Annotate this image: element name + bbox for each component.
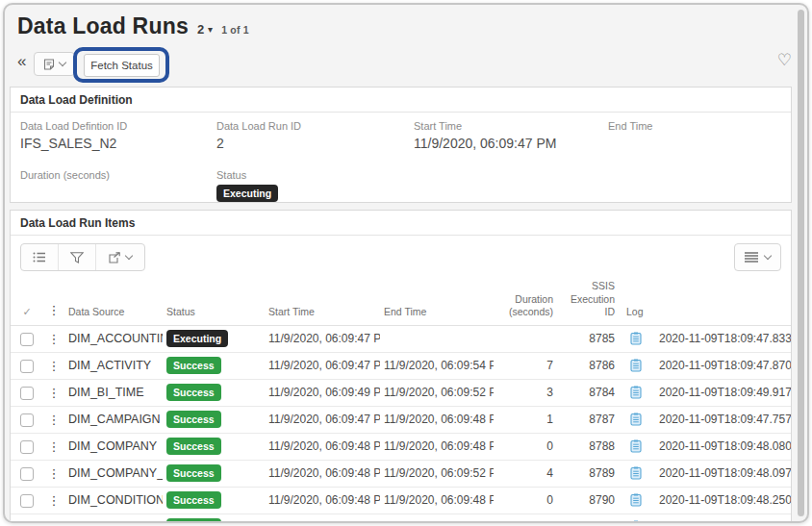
row-kebab-icon[interactable]: ⋮ xyxy=(43,379,64,406)
notes-menu-button[interactable] xyxy=(34,52,75,76)
row-kebab-icon[interactable]: ⋮ xyxy=(43,352,64,379)
field-label: Data Load Run ID xyxy=(216,120,414,132)
row-kebab-icon[interactable]: ⋮ xyxy=(43,433,64,460)
duration-cell: 0 xyxy=(494,433,561,460)
data-source-cell: DIM_CONDITION_C xyxy=(64,487,163,513)
row-kebab-icon[interactable]: ⋮ xyxy=(43,406,64,433)
log-document-icon[interactable] xyxy=(630,386,642,399)
table-row: ⋮ DIM_COMPANY_CU Success 11/9/2020, 06:0… xyxy=(11,460,791,487)
table-view-options-button[interactable] xyxy=(734,243,781,271)
row-checkbox[interactable] xyxy=(20,467,34,481)
field-label: Data Load Defintion ID xyxy=(20,120,216,132)
log-text-cell: 2020-11-09T18:09:48.937: Star xyxy=(655,513,791,521)
data-load-definition-section: Data Load Definition Data Load Defintion… xyxy=(10,87,792,203)
row-checkbox[interactable] xyxy=(20,440,34,454)
status-badge: Success xyxy=(166,518,221,521)
favorite-heart-icon[interactable]: ♡ xyxy=(777,52,792,68)
field-duration-seconds: Duration (seconds) xyxy=(20,169,216,202)
status-badge: Success xyxy=(166,438,221,455)
items-toolbar xyxy=(11,236,791,278)
start-time-cell: 11/9/2020, 06:09:47 PM xyxy=(265,406,380,433)
log-document-icon[interactable] xyxy=(630,493,642,507)
data-load-run-items-section: Data Load Run Items xyxy=(10,210,792,521)
select-all-check-icon[interactable]: ✓ xyxy=(22,306,31,317)
page-header: Data Load Runs 2 ▾ 1 of 1 xyxy=(17,13,249,39)
field-label: Start Time xyxy=(414,120,608,132)
field-value: IFS_SALES_N2 xyxy=(20,136,216,153)
chevron-down-icon xyxy=(125,252,133,260)
log-document-icon[interactable] xyxy=(630,520,642,521)
duration-cell: 0 xyxy=(494,487,561,513)
log-document-icon[interactable] xyxy=(630,466,642,480)
start-time-cell: 11/9/2020, 06:09:47 PM xyxy=(265,325,380,352)
duration-cell: 1 xyxy=(494,406,561,433)
row-checkbox[interactable] xyxy=(20,413,34,427)
field-label: Status xyxy=(216,169,414,181)
column-header-start-time[interactable]: Start Time xyxy=(265,278,380,325)
log-document-icon[interactable] xyxy=(630,332,642,345)
duration-cell: 4 xyxy=(494,460,561,487)
table-row: ⋮ DIM_CONFIGURATI Success 11/9/2020, 06:… xyxy=(11,513,791,521)
log-text-cell: 2020-11-09T18:09:47.870: Star xyxy=(655,352,791,379)
column-header-status[interactable]: Status xyxy=(163,278,265,325)
status-badge: Executing xyxy=(216,185,278,202)
status-badge: Success xyxy=(166,491,221,509)
ssis-execution-id-cell: 8786 xyxy=(561,352,622,379)
log-text-cell: 2020-11-09T18:09:49.917: Star xyxy=(655,379,791,406)
row-checkbox[interactable] xyxy=(20,494,34,508)
column-header-data-source[interactable]: Data Source xyxy=(64,278,163,325)
log-document-icon[interactable] xyxy=(630,413,642,426)
filter-funnel-icon xyxy=(70,252,84,263)
app-window: Data Load Runs 2 ▾ 1 of 1 « Fetch Status… xyxy=(3,3,809,523)
ssis-execution-id-cell: 8787 xyxy=(561,406,622,433)
log-document-icon[interactable] xyxy=(630,439,642,453)
row-kebab-icon[interactable]: ⋮ xyxy=(43,325,64,352)
filter-button[interactable] xyxy=(59,244,96,270)
header-kebab-icon[interactable]: ⋮ xyxy=(43,278,64,325)
log-text-cell: 2020-11-09T18:09:48.250: Star xyxy=(655,487,791,513)
data-source-cell: DIM_BI_TIME xyxy=(64,379,163,406)
row-kebab-icon[interactable]: ⋮ xyxy=(43,513,64,521)
end-time-cell: 11/9/2020, 06:09:48 PM xyxy=(380,406,494,433)
column-header-end-time[interactable]: End Time xyxy=(380,278,494,325)
run-items-table: ✓ ⋮ Data Source Status Start Time End Ti… xyxy=(11,278,791,521)
list-view-button[interactable] xyxy=(21,244,59,270)
page-title: Data Load Runs xyxy=(17,13,189,39)
vertical-scrollbar[interactable] xyxy=(798,10,804,516)
table-header-row: ✓ ⋮ Data Source Status Start Time End Ti… xyxy=(11,278,791,325)
row-checkbox[interactable] xyxy=(20,333,34,346)
status-badge: Success xyxy=(166,464,221,482)
record-selector[interactable]: 2 ▾ xyxy=(197,22,213,37)
column-header-log[interactable]: Log xyxy=(622,278,655,325)
collapse-panel-icon[interactable]: « xyxy=(17,52,26,71)
row-kebab-icon[interactable]: ⋮ xyxy=(43,487,64,513)
log-document-icon[interactable] xyxy=(630,359,642,372)
duration-cell: 3 xyxy=(494,379,561,406)
ssis-execution-id-cell: 8791 xyxy=(561,513,622,521)
data-source-cell: DIM_CONFIGURATI xyxy=(64,513,163,521)
column-header-ssis-execution-id[interactable]: SSIS Execution ID xyxy=(561,278,622,325)
end-time-cell: 11/9/2020, 06:09:48 PM xyxy=(380,433,494,460)
list-icon xyxy=(33,252,46,263)
column-header-duration[interactable]: Duration (seconds) xyxy=(494,278,561,325)
field-label: Duration (seconds) xyxy=(20,169,216,181)
field-data-load-defintion-id: Data Load Defintion ID IFS_SALES_N2 xyxy=(20,120,216,153)
field-status: Status Executing xyxy=(216,169,414,202)
row-kebab-icon[interactable]: ⋮ xyxy=(43,460,64,487)
ssis-execution-id-cell: 8789 xyxy=(561,460,622,487)
row-checkbox[interactable] xyxy=(20,387,34,400)
data-source-cell: DIM_CAMPAIGN xyxy=(64,406,163,433)
field-start-time: Start Time 11/9/2020, 06:09:47 PM xyxy=(414,120,608,153)
data-source-cell: DIM_ACCOUNTING_ xyxy=(64,325,163,352)
end-time-cell: 11/9/2020, 06:09:52 PM xyxy=(380,379,494,406)
export-button[interactable] xyxy=(96,244,144,270)
column-header-log-text xyxy=(655,278,791,325)
field-value: 11/9/2020, 06:09:47 PM xyxy=(414,136,608,153)
section-title: Data Load Definition xyxy=(11,88,791,113)
command-toolbar: « Fetch Status ♡ xyxy=(5,46,807,85)
start-time-cell: 11/9/2020, 06:09:48 PM xyxy=(265,433,380,460)
row-checkbox[interactable] xyxy=(20,360,34,373)
duration-cell: 7 xyxy=(494,352,561,379)
table-row: ⋮ DIM_CAMPAIGN Success 11/9/2020, 06:09:… xyxy=(11,406,791,433)
fetch-status-button[interactable]: Fetch Status xyxy=(84,54,160,77)
